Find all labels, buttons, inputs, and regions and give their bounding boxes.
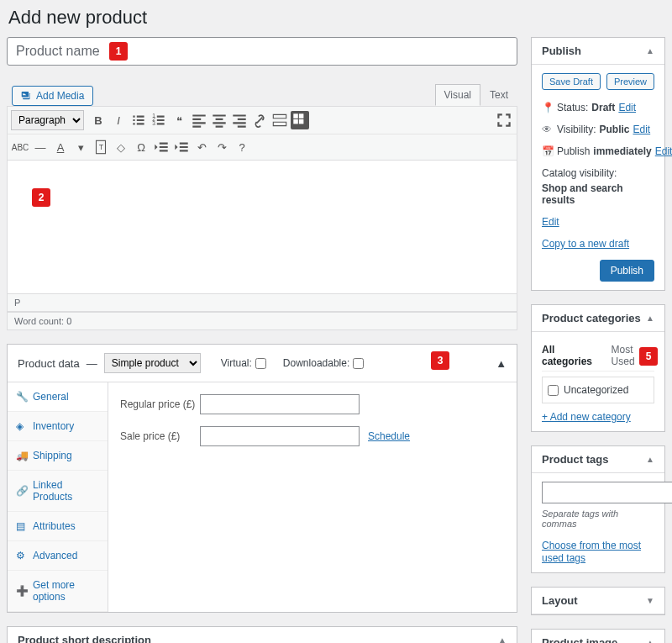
strike-icon[interactable]: ABC: [11, 138, 29, 156]
regular-price-input[interactable]: [200, 394, 360, 414]
tab-visual[interactable]: Visual: [435, 84, 480, 106]
choose-tags-link[interactable]: Choose from the most used tags: [542, 540, 641, 564]
sale-price-input[interactable]: [200, 426, 360, 446]
collapse-toggle-icon[interactable]: ▲: [646, 314, 654, 323]
undo-icon[interactable]: ↶: [192, 138, 211, 156]
edit-date-link[interactable]: Edit: [655, 145, 672, 157]
align-right-icon[interactable]: [230, 111, 249, 129]
publish-button[interactable]: Publish: [600, 260, 654, 282]
link-icon: 🔗: [16, 485, 28, 497]
svg-text:T: T: [99, 143, 104, 151]
pd-tab-linked[interactable]: 🔗Linked Products: [8, 471, 108, 512]
category-uncategorized[interactable]: Uncategorized: [546, 381, 650, 399]
tag-icon: ▤: [16, 520, 28, 532]
redo-icon[interactable]: ↷: [213, 138, 231, 156]
bullet-list-icon[interactable]: [129, 111, 148, 129]
align-center-icon[interactable]: [210, 111, 228, 129]
svg-rect-4: [299, 113, 304, 119]
fullscreen-icon[interactable]: [495, 111, 513, 129]
svg-rect-5: [293, 119, 298, 124]
quote-icon[interactable]: ❝: [170, 111, 188, 129]
tab-text[interactable]: Text: [480, 84, 517, 106]
text-color-icon[interactable]: A: [51, 138, 70, 156]
clear-format-icon[interactable]: ◇: [112, 138, 130, 156]
indent-icon[interactable]: [172, 138, 191, 156]
number-list-icon[interactable]: 123: [150, 111, 168, 129]
regular-price-label: Regular price (£): [120, 398, 200, 410]
categories-title: Product categories: [542, 312, 641, 324]
editor-path: P: [14, 298, 20, 308]
add-media-button[interactable]: Add Media: [12, 86, 93, 106]
pin-icon: 📍: [542, 102, 554, 113]
truck-icon: 🚚: [16, 450, 28, 461]
product-image-title: Product image: [542, 636, 617, 643]
tags-title: Product tags: [542, 453, 608, 466]
pd-tab-advanced[interactable]: ⚙Advanced: [8, 541, 108, 571]
special-char-icon[interactable]: Ω: [132, 138, 150, 156]
svg-rect-6: [299, 119, 304, 124]
add-category-link[interactable]: + Add new category: [542, 411, 631, 423]
plus-icon: ➕: [16, 585, 28, 597]
cat-tab-all[interactable]: All categories: [542, 344, 601, 367]
pd-tab-general[interactable]: 🔧General: [8, 382, 108, 412]
calendar-icon: 📅: [542, 145, 554, 157]
product-data-title: Product data: [18, 357, 80, 370]
italic-icon[interactable]: I: [109, 111, 128, 129]
edit-status-link[interactable]: Edit: [618, 102, 636, 113]
hr-icon[interactable]: —: [31, 138, 50, 156]
edit-catalog-link[interactable]: Edit: [542, 216, 559, 228]
pd-tab-shipping[interactable]: 🚚Shipping: [8, 441, 108, 471]
tag-input[interactable]: [542, 482, 672, 503]
wrench-icon: 🔧: [16, 391, 28, 403]
schedule-link[interactable]: Schedule: [368, 430, 410, 442]
layout-title: Layout: [542, 594, 578, 607]
text-color-caret-icon[interactable]: ▾: [71, 138, 90, 156]
word-count: Word count: 0: [14, 316, 71, 326]
save-draft-button[interactable]: Save Draft: [542, 73, 601, 90]
sale-price-label: Sale price (£): [120, 430, 200, 442]
svg-rect-3: [293, 113, 298, 119]
cat-tab-most[interactable]: Most Used: [612, 344, 654, 367]
outdent-icon[interactable]: [152, 138, 171, 156]
svg-text:3: 3: [152, 120, 155, 126]
expand-toggle-icon[interactable]: ▼: [646, 596, 654, 605]
pd-tab-attributes[interactable]: ▤Attributes: [8, 512, 108, 541]
collapse-toggle-icon[interactable]: ▲: [646, 638, 654, 643]
downloadable-checkbox[interactable]: Downloadable:: [283, 357, 364, 369]
gear-icon: ⚙: [16, 550, 28, 561]
pd-tab-more[interactable]: ➕Get more options: [8, 571, 108, 612]
eye-icon: 👁: [542, 124, 554, 135]
collapse-toggle-icon[interactable]: ▲: [646, 455, 654, 464]
edit-visibility-link[interactable]: Edit: [633, 124, 650, 135]
collapse-toggle-icon[interactable]: ▲: [498, 635, 507, 643]
align-left-icon[interactable]: [190, 111, 208, 129]
page-title: Add new product: [8, 7, 665, 29]
bold-icon[interactable]: B: [89, 111, 108, 129]
short-desc-title: Product short description: [18, 634, 151, 643]
insert-more-icon[interactable]: [270, 111, 289, 129]
link-icon[interactable]: [250, 111, 269, 129]
preview-button[interactable]: Preview: [606, 73, 654, 90]
copy-draft-link[interactable]: Copy to a new draft: [542, 238, 629, 250]
tags-hint: Separate tags with commas: [542, 509, 654, 529]
format-select[interactable]: Paragraph: [11, 110, 84, 130]
product-name-input[interactable]: [7, 37, 517, 66]
main-editor-area[interactable]: [7, 160, 517, 294]
help-icon[interactable]: ?: [233, 138, 251, 156]
paste-text-icon[interactable]: T: [92, 138, 110, 156]
product-type-select[interactable]: Simple product: [104, 353, 201, 373]
toolbar-toggle-icon[interactable]: [291, 111, 309, 129]
inventory-icon: ◈: [16, 420, 28, 432]
virtual-checkbox[interactable]: Virtual:: [221, 357, 266, 369]
collapse-toggle-icon[interactable]: ▲: [496, 357, 507, 370]
collapse-toggle-icon[interactable]: ▲: [646, 46, 654, 55]
media-icon: [21, 90, 33, 102]
pd-tab-inventory[interactable]: ◈Inventory: [8, 412, 108, 441]
publish-title: Publish: [542, 45, 581, 57]
